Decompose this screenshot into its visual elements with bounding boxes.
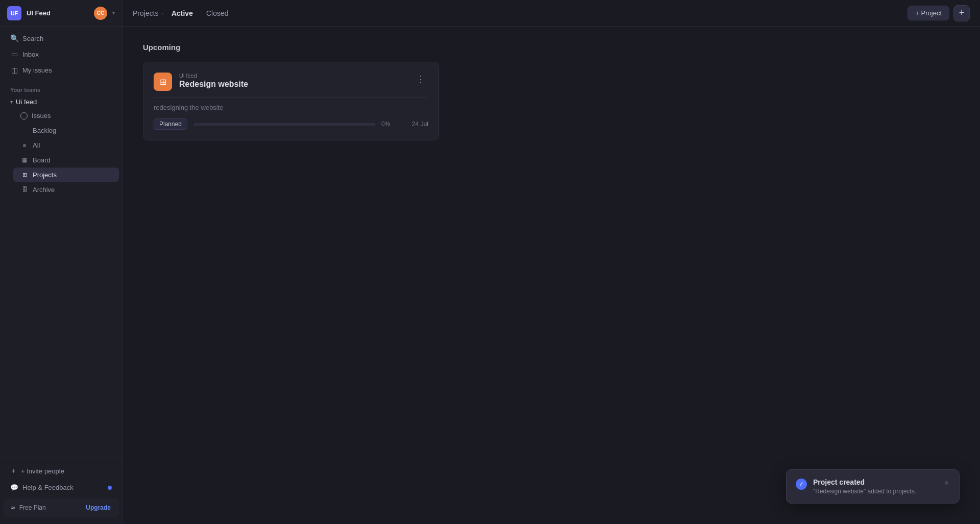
sidebar-item-label: Projects [33, 171, 57, 179]
all-icon: ≡ [20, 141, 29, 149]
due-date: 24 Jul [403, 121, 428, 128]
content-area: Upcoming ⊞ Ui feed Redesign website ⋮ re… [122, 27, 980, 524]
notification-dot [108, 486, 112, 490]
card-divider [154, 97, 428, 98]
sidebar-item-board[interactable]: ▦ Board [13, 153, 119, 167]
upgrade-button[interactable]: Upgrade [86, 504, 111, 511]
tab-closed[interactable]: Closed [201, 7, 234, 19]
chevron-icon: ▾ [10, 99, 13, 105]
backlog-icon: ⋯ [20, 126, 29, 134]
sidebar-item-projects[interactable]: ⊞ Projects [13, 168, 119, 182]
sidebar-item-label: Board [33, 156, 51, 164]
help-icon: 💬 [10, 484, 18, 491]
project-menu-button[interactable]: ⋮ [413, 73, 428, 86]
help-feedback-button[interactable]: 💬 Help & Feedback [0, 480, 122, 495]
sidebar-item-label: My issues [22, 66, 52, 74]
project-footer: Planned 0% 24 Jul [154, 118, 428, 130]
toast-check-icon: ✓ [796, 479, 807, 490]
breadcrumb-separator: · [162, 10, 163, 17]
project-description: redesigning the website [154, 104, 428, 111]
my-issues-icon: ◫ [10, 66, 18, 74]
archive-icon: 🗄 [20, 185, 29, 194]
team-header-ui-feed[interactable]: ▾ Ui feed [3, 95, 119, 109]
free-plan-label: Free Plan [19, 504, 82, 511]
sidebar-item-issues[interactable]: Issues [13, 109, 119, 123]
workspace-avatar: UF [7, 6, 21, 20]
issues-icon [20, 112, 28, 120]
project-title[interactable]: Redesign website [179, 80, 406, 89]
section-title-upcoming: Upcoming [143, 43, 960, 52]
search-icon: 🔍 [10, 34, 18, 42]
topbar: Projects · Active Closed + Project + [122, 0, 980, 27]
project-card-header: ⊞ Ui feed Redesign website ⋮ [154, 73, 428, 91]
team-items: Issues ⋯ Backlog ≡ All ▦ Board ⊞ Project… [0, 109, 122, 197]
toast-notification: ✓ Project created "Redesign website" add… [786, 469, 960, 504]
board-icon: ▦ [20, 156, 29, 164]
project-card-redesign: ⊞ Ui feed Redesign website ⋮ redesigning… [143, 62, 439, 140]
invite-people-button[interactable]: ＋ + Invite people [0, 462, 122, 480]
team-section: ▾ Ui feed Issues ⋯ Backlog ≡ All ▦ Board… [0, 95, 122, 197]
project-icon: ⊞ [154, 73, 172, 91]
sidebar-item-search[interactable]: 🔍 Search [3, 31, 119, 46]
workspace-name: UI Feed [27, 9, 89, 17]
team-name: Ui feed [16, 98, 37, 106]
teams-section-label: Your teams [0, 82, 122, 95]
sidebar-item-label: Inbox [22, 51, 39, 58]
toast-message: "Redesign website" added to projects. [813, 488, 937, 495]
sidebar-item-my-issues[interactable]: ◫ My issues [3, 62, 119, 78]
progress-bar [193, 123, 375, 126]
help-label: Help & Feedback [22, 484, 74, 491]
toast-close-button[interactable]: × [943, 478, 950, 488]
sidebar-item-label: Backlog [33, 127, 56, 134]
upgrade-plan-icon: ≈ [11, 504, 15, 512]
invite-label: + Invite people [21, 467, 64, 475]
tab-active[interactable]: Active [166, 7, 198, 19]
project-team-name: Ui feed [179, 73, 406, 79]
sidebar-item-archive[interactable]: 🗄 Archive [13, 182, 119, 197]
projects-icon: ⊞ [20, 171, 29, 179]
sidebar-navigation: 🔍 Search ▭ Inbox ◫ My issues [0, 27, 122, 82]
sidebar: UF UI Feed CC ▾ 🔍 Search ▭ Inbox ◫ My is… [0, 0, 122, 524]
sidebar-item-label: Issues [32, 112, 51, 120]
status-badge[interactable]: Planned [154, 118, 187, 130]
project-info: Ui feed Redesign website [179, 73, 406, 89]
progress-percent: 0% [381, 121, 397, 128]
main-content: Projects · Active Closed + Project + Upc… [122, 0, 980, 524]
sidebar-item-all[interactable]: ≡ All [13, 138, 119, 152]
sidebar-bottom: ＋ + Invite people 💬 Help & Feedback ≈ Fr… [0, 458, 122, 524]
sidebar-item-inbox[interactable]: ▭ Inbox [3, 46, 119, 62]
topbar-actions: + Project + [908, 5, 970, 21]
chevron-down-icon[interactable]: ▾ [112, 10, 115, 16]
sidebar-item-label: Archive [33, 186, 55, 194]
sidebar-item-backlog[interactable]: ⋯ Backlog [13, 123, 119, 137]
sidebar-item-label: All [33, 141, 40, 149]
new-project-button[interactable]: + Project [908, 6, 949, 20]
upgrade-bar: ≈ Free Plan Upgrade [3, 498, 119, 517]
user-avatar[interactable]: CC [94, 7, 107, 20]
breadcrumb-projects[interactable]: Projects [133, 9, 159, 17]
inbox-icon: ▭ [10, 50, 18, 58]
sidebar-header: UF UI Feed CC ▾ [0, 0, 122, 27]
sidebar-item-label: Search [22, 35, 43, 42]
toast-content: Project created "Redesign website" added… [813, 478, 937, 495]
add-icon-button[interactable]: + [953, 5, 970, 21]
invite-icon: ＋ [10, 466, 17, 475]
toast-title: Project created [813, 478, 937, 486]
